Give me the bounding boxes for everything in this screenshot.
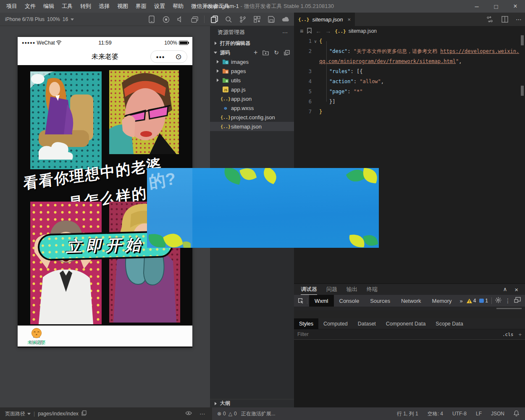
style-tab[interactable]: Styles	[294, 318, 318, 329]
outline-section[interactable]: 大纲	[210, 399, 294, 407]
close-panel-icon[interactable]: ×	[514, 286, 518, 293]
file-row[interactable]: ǝ app.wxss	[210, 103, 294, 113]
device-selector[interactable]: iPhone 6/7/8 Plus100%16	[5, 13, 74, 26]
file-row[interactable]: {..} sitemap.json	[210, 122, 294, 131]
more-actions-icon[interactable]: ⋯	[516, 16, 522, 23]
nav-forward-icon[interactable]: →	[325, 28, 331, 34]
devtools-tab[interactable]: Console	[334, 295, 365, 307]
debugger-tab[interactable]: 调试器	[301, 284, 317, 295]
more-tabs-icon[interactable]: »	[457, 298, 465, 304]
open-editors-section[interactable]: 打开的编辑器	[210, 39, 294, 48]
menu-item[interactable]: 设置	[150, 0, 169, 13]
nav-back-icon[interactable]: ←	[315, 28, 321, 34]
add-style-icon[interactable]: +	[518, 331, 522, 338]
capsule-exit-icon[interactable]: ⊙	[175, 52, 181, 61]
tab-sitemap-json[interactable]: {..} sitemap.json ×	[294, 13, 355, 26]
debugger-tab[interactable]: 终端	[367, 284, 378, 295]
compile-mode-icon[interactable]	[159, 13, 173, 26]
explorer-toggle-icon[interactable]	[207, 13, 221, 26]
tab-close-icon[interactable]: ×	[347, 16, 351, 23]
new-file-icon[interactable]: +	[254, 49, 257, 56]
multi-window-icon[interactable]	[187, 13, 202, 26]
menu-item[interactable]: 文件	[21, 0, 39, 13]
eol-label[interactable]: LF	[476, 411, 482, 417]
file-row[interactable]: {..} app.json	[210, 94, 294, 103]
copy-path-icon[interactable]	[81, 410, 87, 417]
debugger-tab[interactable]: 输出	[346, 284, 357, 295]
more-options-icon[interactable]: ⋯	[200, 410, 205, 417]
bookmark-icon[interactable]	[307, 28, 312, 35]
file-row[interactable]: utils	[210, 76, 294, 85]
outline-list-icon[interactable]: ≡	[300, 28, 303, 34]
fold-chevron-icon[interactable]: ∨	[312, 39, 319, 44]
styles-body[interactable]	[294, 340, 525, 408]
warning-badge[interactable]: 4	[467, 298, 476, 304]
menu-item[interactable]: 选择	[95, 0, 113, 13]
source-section[interactable]: 源码 + ↻	[210, 48, 294, 57]
open-changes-icon[interactable]	[486, 13, 494, 26]
devtools-tab[interactable]: Memory	[427, 295, 457, 307]
encoding-label[interactable]: UTF-8	[452, 411, 467, 417]
explorer-more-icon[interactable]: ⋯	[282, 29, 288, 36]
menu-item[interactable]: 工具	[58, 0, 76, 13]
menu-item[interactable]: 帮助	[169, 0, 187, 13]
new-folder-icon[interactable]	[262, 50, 269, 55]
capsule-more-icon[interactable]: ●●●	[156, 55, 165, 59]
undock-icon[interactable]	[514, 297, 521, 304]
devtools-tab[interactable]: Network	[396, 295, 427, 307]
git-icon[interactable]	[236, 13, 250, 26]
editor-statusbar: ⊗0 △0 正在激活扩展... 行 1, 列 1 空格: 4 UTF-8 LF …	[212, 407, 525, 420]
collapse-panel-icon[interactable]: ∧	[503, 286, 507, 293]
cls-button[interactable]: .cls	[502, 332, 519, 337]
devtools-menu-icon[interactable]: ⋮	[505, 297, 511, 304]
close-button[interactable]: ×	[506, 0, 525, 13]
mute-icon[interactable]	[173, 13, 187, 26]
file-row[interactable]: JS app.js	[210, 85, 294, 94]
style-tab[interactable]: Dataset	[353, 318, 381, 329]
phone-tab[interactable]: 哄老婆	[18, 327, 55, 346]
devtools-tab[interactable]: Sources	[365, 295, 396, 307]
collapse-all-icon[interactable]	[284, 50, 290, 55]
minimize-button[interactable]: ─	[467, 0, 486, 13]
split-editor-icon[interactable]	[501, 13, 509, 26]
language-label[interactable]: JSON	[491, 411, 504, 417]
cloud-icon[interactable]	[278, 13, 293, 26]
debugger-tab[interactable]: 问题	[326, 284, 337, 295]
style-tab[interactable]: Scope Data	[430, 318, 468, 329]
devtools-settings-icon[interactable]	[495, 297, 501, 305]
plugins-icon[interactable]	[250, 13, 264, 26]
wxml-tree[interactable]	[294, 310, 525, 318]
capsule-menu[interactable]: ●●● ⊙	[150, 50, 187, 63]
save-icon[interactable]	[264, 13, 278, 26]
menu-item[interactable]: 转到	[76, 0, 95, 13]
phone-tabbar: 未来老婆 哄老婆	[18, 326, 192, 346]
eye-icon[interactable]	[185, 411, 192, 417]
refresh-icon[interactable]: ↻	[274, 49, 279, 56]
scrollbar-mark[interactable]	[521, 86, 524, 96]
code-editor[interactable]: 1 ∨ { 2 "desc": "关于本文件的更多信息，请参考文档 https:…	[294, 36, 525, 117]
search-icon[interactable]	[221, 13, 236, 26]
inspect-element-icon[interactable]	[297, 298, 307, 304]
cursor-position[interactable]: 行 1, 列 1	[397, 410, 418, 417]
file-row[interactable]: pages	[210, 66, 294, 76]
message-badge[interactable]: 1	[479, 298, 488, 304]
style-tab[interactable]: Component Data	[381, 318, 431, 329]
menu-item[interactable]: 编辑	[39, 0, 58, 13]
page-path-dropdown[interactable]: 页面路径	[5, 410, 31, 417]
style-tab[interactable]: Computed	[318, 318, 353, 329]
maximize-button[interactable]: □	[486, 0, 506, 13]
bell-icon[interactable]	[514, 410, 519, 417]
file-row[interactable]: {..} project.config.json	[210, 113, 294, 122]
menu-item[interactable]: 项目	[3, 0, 21, 13]
scrollbar-thumb[interactable]	[521, 35, 524, 45]
warning-count[interactable]: △0	[228, 411, 237, 417]
indentation-label[interactable]: 空格: 4	[428, 410, 443, 417]
style-filter-input[interactable]: Filter	[297, 331, 502, 337]
simulator-toggle-icon[interactable]	[144, 13, 159, 26]
menu-item[interactable]: 视图	[113, 0, 132, 13]
file-row[interactable]: images	[210, 57, 294, 66]
menu-item[interactable]: 界面	[132, 0, 150, 13]
devtools-tab[interactable]: Wxml	[309, 295, 334, 307]
elements-scrollbar[interactable]	[294, 307, 525, 310]
error-count[interactable]: ⊗0	[217, 411, 226, 417]
